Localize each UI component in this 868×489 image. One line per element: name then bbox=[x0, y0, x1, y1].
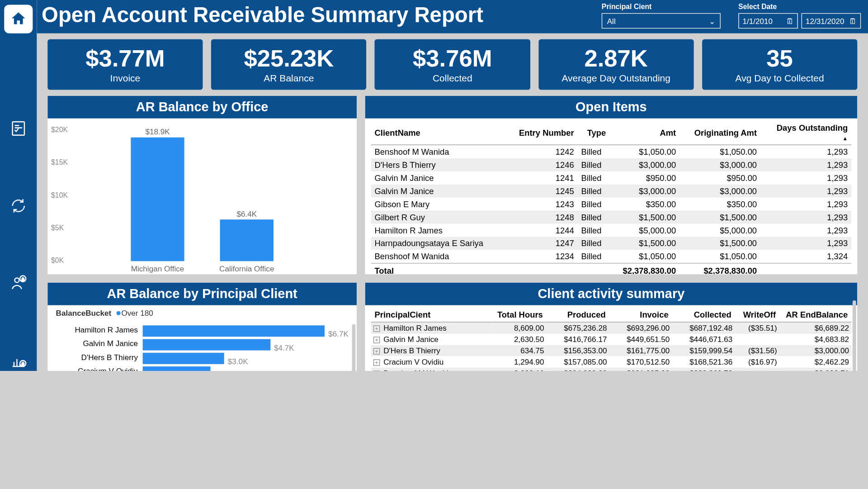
report-icon[interactable] bbox=[6, 117, 30, 141]
kpi-label: Collected bbox=[378, 73, 527, 84]
kpi-card: $3.77MInvoice bbox=[47, 39, 203, 90]
expand-icon[interactable]: + bbox=[373, 348, 380, 354]
kpi-row: $3.77MInvoice$25.23KAR Balance$3.76MColl… bbox=[37, 33, 868, 96]
activity-card: Client activity summary PrincipalCientTo… bbox=[365, 283, 857, 371]
table-row[interactable]: +Benshoof M Wanida2,033.10$294,883.00$32… bbox=[371, 368, 852, 371]
svg-text:$: $ bbox=[22, 361, 24, 366]
kpi-card: 35Avg Day to Collected bbox=[702, 39, 858, 90]
kpi-label: Average Day Outstanding bbox=[542, 73, 690, 84]
chevron-down-icon: ⌄ bbox=[709, 16, 715, 25]
column-header[interactable]: Type bbox=[578, 121, 610, 145]
table-row[interactable]: Hamilton R James1244Billed$5,000.00$5,00… bbox=[371, 223, 852, 237]
table-row[interactable]: +Hamilton R James8,609.00$675,236.28$693… bbox=[371, 322, 852, 334]
table-row[interactable]: +D'Hers B Thierry634.75$156,353.00$161,7… bbox=[371, 345, 852, 356]
column-header[interactable]: Entry Number bbox=[505, 121, 578, 145]
column-header[interactable]: Days Outstanding▲ bbox=[760, 121, 851, 145]
table-row[interactable]: Gilbert R Guy1248Billed$1,500.00$1,500.0… bbox=[371, 211, 852, 224]
hbar-row: Galvin M Janice$4.7K bbox=[143, 339, 351, 353]
open-items-table: ClientNameEntry NumberTypeAmtOriginating… bbox=[371, 121, 852, 274]
expand-icon[interactable]: + bbox=[373, 359, 380, 366]
hbar-row: Cracium V Ovidiu$2.5K bbox=[143, 366, 351, 371]
date-start-input[interactable]: 1/1/2010 🗓 bbox=[738, 13, 798, 28]
kpi-card: 2.87KAverage Day Outstanding bbox=[538, 39, 694, 90]
hbar[interactable] bbox=[143, 339, 271, 351]
column-header[interactable]: PrincipalCient bbox=[371, 308, 492, 322]
client-filter-label: Principal Cient bbox=[602, 2, 721, 10]
page-title: Open Account Receivable Summary Report bbox=[42, 2, 602, 27]
table-row[interactable]: Galvin M Janice1245Billed$3,000.00$3,000… bbox=[371, 185, 852, 198]
open-items-card: Open Items ClientNameEntry NumberTypeAmt… bbox=[365, 96, 857, 275]
client-dropdown-value: All bbox=[607, 16, 616, 25]
column-header[interactable]: Originating Amt bbox=[679, 121, 760, 145]
column-header[interactable]: AR EndBalance bbox=[779, 308, 851, 322]
svg-text:$: $ bbox=[22, 277, 24, 282]
expand-icon[interactable]: + bbox=[373, 337, 380, 343]
table-row[interactable]: Galvin M Janice1241Billed$950.00$950.001… bbox=[371, 171, 852, 185]
table-row[interactable]: Benshoof M Wanida1234Billed$1,050.00$1,0… bbox=[371, 250, 852, 263]
date-end-input[interactable]: 12/31/2020 🗓 bbox=[802, 13, 861, 28]
kpi-card: $3.76MCollected bbox=[375, 39, 530, 90]
scrollbar[interactable] bbox=[853, 300, 856, 371]
kpi-label: Avg Day to Collected bbox=[706, 73, 854, 84]
hbar[interactable] bbox=[143, 353, 224, 364]
home-icon bbox=[9, 10, 27, 28]
svg-point-1 bbox=[15, 278, 19, 282]
calendar-icon: 🗓 bbox=[849, 16, 857, 25]
column-header[interactable]: Total Hours bbox=[491, 308, 546, 322]
ar-client-chart: AR Balance by Principal Client BalanceBu… bbox=[47, 283, 357, 371]
kpi-value: $3.76M bbox=[378, 45, 527, 72]
bar[interactable] bbox=[220, 219, 274, 261]
table-row[interactable]: Gibson E Mary1243Billed$350.00$350.001,2… bbox=[371, 198, 852, 211]
user-money-icon[interactable]: $ bbox=[6, 271, 30, 295]
hbar-row: Hamilton R James$6.7K bbox=[143, 325, 351, 339]
refresh-icon[interactable] bbox=[6, 194, 30, 218]
header: Open Account Receivable Summary Report P… bbox=[37, 0, 868, 33]
table-row[interactable]: +Galvin M Janice2,630.50$416,766.17$449,… bbox=[371, 334, 852, 345]
expand-icon[interactable]: + bbox=[373, 370, 380, 371]
hbar[interactable] bbox=[143, 325, 325, 337]
bar[interactable] bbox=[131, 138, 184, 261]
kpi-value: $3.77M bbox=[51, 45, 199, 72]
scrollbar[interactable] bbox=[352, 324, 356, 371]
kpi-label: Invoice bbox=[51, 73, 199, 84]
chart-icon[interactable]: $ bbox=[6, 349, 30, 371]
client-dropdown[interactable]: All ⌄ bbox=[602, 13, 721, 28]
home-button[interactable] bbox=[4, 5, 33, 33]
hbar-row: D'Hers B Thierry$3.0K bbox=[143, 353, 351, 366]
activity-table: PrincipalCientTotal HoursProducedInvoice… bbox=[371, 308, 852, 371]
column-header[interactable]: WriteOff bbox=[735, 308, 779, 322]
main: Open Account Receivable Summary Report P… bbox=[37, 0, 868, 371]
kpi-value: 2.87K bbox=[542, 45, 690, 72]
calendar-icon: 🗓 bbox=[786, 16, 794, 25]
table-row[interactable]: Harnpadoungsataya E Sariya1247Billed$1,5… bbox=[371, 237, 852, 250]
kpi-value: $25.23K bbox=[215, 45, 363, 72]
table-row[interactable]: +Cracium V Ovidiu1,294.90$157,085.00$170… bbox=[371, 356, 852, 368]
column-header[interactable]: Amt bbox=[609, 121, 679, 145]
expand-icon[interactable]: + bbox=[373, 325, 380, 332]
table-row[interactable]: D'Hers B Thierry1246Billed$3,000.00$3,00… bbox=[371, 158, 852, 171]
hbar[interactable] bbox=[143, 366, 211, 371]
sidebar: $ $ bbox=[0, 0, 37, 371]
legend: BalanceBucket ●Over 180 bbox=[47, 305, 357, 321]
ar-office-chart: AR Balance by Office $0K$5K$10K$15K$20K$… bbox=[47, 96, 357, 275]
kpi-value: 35 bbox=[706, 45, 854, 72]
column-header[interactable]: Collected bbox=[672, 308, 735, 322]
column-header[interactable]: ClientName bbox=[371, 121, 505, 145]
kpi-card: $25.23KAR Balance bbox=[211, 39, 367, 90]
kpi-label: AR Balance bbox=[215, 73, 363, 84]
column-header[interactable]: Invoice bbox=[609, 308, 672, 322]
column-header[interactable]: Produced bbox=[547, 308, 609, 322]
table-row[interactable]: Benshoof M Wanida1242Billed$1,050.00$1,0… bbox=[371, 145, 852, 158]
date-filter-label: Select Date bbox=[738, 2, 861, 10]
